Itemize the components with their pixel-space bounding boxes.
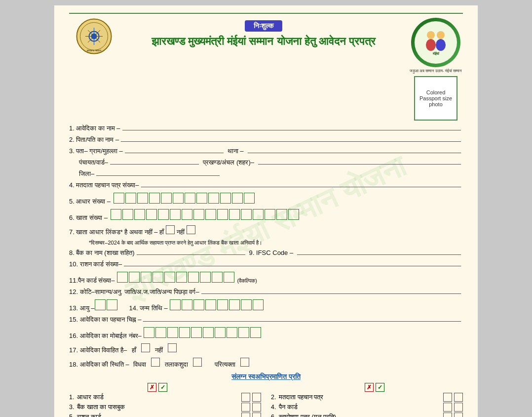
attach-box-5b[interactable] xyxy=(252,413,261,417)
dob-box-5[interactable] xyxy=(217,299,228,310)
pan-box-2[interactable] xyxy=(129,272,140,283)
field-15-label: 15. आवेदिका का पहचान चिह्न – xyxy=(69,316,141,324)
field-18-vidhwa-label: विधवा xyxy=(133,361,146,369)
logo-area: मंईयां xyxy=(411,18,460,67)
field-18-talaq-box[interactable] xyxy=(193,358,202,367)
dob-box-4[interactable] xyxy=(205,299,216,310)
pan-box-1[interactable] xyxy=(117,272,128,283)
aadhar-box-7[interactable] xyxy=(185,193,195,204)
mob-box-7[interactable] xyxy=(215,327,226,338)
acc-box-13[interactable] xyxy=(253,209,264,220)
mob-box-1[interactable] xyxy=(144,327,154,338)
attach-box-1b[interactable] xyxy=(252,393,261,402)
acc-box-15[interactable] xyxy=(276,209,287,220)
dob-box-2[interactable] xyxy=(182,299,192,310)
acc-box-16[interactable] xyxy=(288,209,299,220)
attach-row-3: 3. बैंक खाता का पासबुक xyxy=(69,403,261,412)
field-1-input[interactable] xyxy=(122,130,461,130)
field-3c-input[interactable] xyxy=(96,175,220,176)
aadhar-box-10[interactable] xyxy=(220,193,231,204)
field-8-input[interactable] xyxy=(137,254,245,255)
field-9-input[interactable] xyxy=(297,254,461,255)
field-7-row: 7. खाता आधार लिंकड* है अथवा नहीं – हाँ न… xyxy=(69,225,463,236)
pan-box-10[interactable] xyxy=(224,272,234,283)
mob-box-6[interactable] xyxy=(203,327,214,338)
field-3b-prak[interactable] xyxy=(258,164,461,165)
acc-box-3[interactable] xyxy=(134,209,145,220)
attach-box-3a[interactable] xyxy=(241,403,250,412)
attach-box-2b[interactable] xyxy=(454,393,463,402)
field-17-han-box[interactable] xyxy=(141,343,150,352)
aadhar-box-8[interactable] xyxy=(196,193,207,204)
field-4-input[interactable] xyxy=(141,187,461,187)
pan-box-8[interactable] xyxy=(200,272,211,283)
mob-box-9[interactable] xyxy=(238,327,249,338)
acc-box-5[interactable] xyxy=(158,209,169,220)
field-12-input[interactable] xyxy=(201,293,461,294)
acc-box-1[interactable] xyxy=(111,209,121,220)
field-3a-input[interactable] xyxy=(125,153,224,153)
mob-box-4[interactable] xyxy=(179,327,190,338)
acc-box-12[interactable] xyxy=(241,209,252,220)
dob-box-7[interactable] xyxy=(241,299,252,310)
attach-box-4a[interactable] xyxy=(443,403,452,412)
age-box-2[interactable] xyxy=(107,299,117,310)
pan-box-9[interactable] xyxy=(212,272,223,283)
attach-box-2a[interactable] xyxy=(443,393,452,402)
mob-box-3[interactable] xyxy=(167,327,178,338)
acc-box-8[interactable] xyxy=(193,209,204,220)
pan-box-4[interactable] xyxy=(152,272,163,283)
field-10-input[interactable] xyxy=(124,266,461,266)
pan-box-6[interactable] xyxy=(176,272,187,283)
aadhar-box-12[interactable] xyxy=(244,193,255,204)
dob-box-8[interactable] xyxy=(253,299,264,310)
acc-box-9[interactable] xyxy=(205,209,216,220)
field-3b-input[interactable] xyxy=(110,164,199,165)
field-15-input[interactable] xyxy=(143,321,461,322)
dob-box-3[interactable] xyxy=(193,299,204,310)
field-3a-thana[interactable] xyxy=(248,153,461,153)
field-18-vidhwa-box[interactable] xyxy=(151,358,160,367)
attach-box-4b[interactable] xyxy=(454,403,463,412)
field-7-han-box[interactable] xyxy=(166,225,175,234)
acc-box-11[interactable] xyxy=(229,209,240,220)
mob-box-2[interactable] xyxy=(155,327,166,338)
field-3a-row: 3. पता– ग्राम/मुहल्ला – थाना – xyxy=(69,147,463,155)
dob-box-6[interactable] xyxy=(229,299,240,310)
attach-box-1a[interactable] xyxy=(241,393,250,402)
acc-box-2[interactable] xyxy=(122,209,133,220)
aadhar-box-6[interactable] xyxy=(173,193,184,204)
pan-box-7[interactable] xyxy=(188,272,199,283)
mob-box-8[interactable] xyxy=(227,327,237,338)
acc-box-7[interactable] xyxy=(182,209,192,220)
pan-box-5[interactable] xyxy=(164,272,175,283)
attach-label-1: आधार कार्ड xyxy=(77,394,103,401)
field-18-label: 18. आवेदिका की स्थिति – xyxy=(69,361,129,369)
dob-box-1[interactable] xyxy=(170,299,181,310)
field-7-nahi-box[interactable] xyxy=(187,225,195,234)
field-18-parityakta-box[interactable] xyxy=(240,358,249,367)
aadhar-box-11[interactable] xyxy=(232,193,243,204)
field-17-nahi-box[interactable] xyxy=(168,343,177,352)
attach-box-6a[interactable] xyxy=(443,413,452,417)
pan-box-3[interactable] xyxy=(141,272,152,283)
acc-box-6[interactable] xyxy=(170,209,181,220)
attach-box-3b[interactable] xyxy=(252,403,261,412)
attach-box-5a[interactable] xyxy=(241,413,250,417)
acc-box-10[interactable] xyxy=(217,209,228,220)
aadhar-box-4[interactable] xyxy=(149,193,160,204)
field-16-row: 16. आवेदिका का मोबाईल नंबर– xyxy=(69,327,463,340)
age-box-1[interactable] xyxy=(95,299,106,310)
acc-box-4[interactable] xyxy=(146,209,157,220)
mob-box-10[interactable] xyxy=(250,327,261,338)
acc-box-14[interactable] xyxy=(265,209,275,220)
attach-header: ✗ ✓ ✗ ✓ xyxy=(69,383,463,392)
aadhar-box-9[interactable] xyxy=(208,193,219,204)
mob-box-5[interactable] xyxy=(191,327,202,338)
field-2-input[interactable] xyxy=(121,141,461,142)
aadhar-box-2[interactable] xyxy=(125,193,136,204)
aadhar-box-1[interactable] xyxy=(114,193,124,204)
attach-box-6b[interactable] xyxy=(454,413,463,417)
aadhar-box-5[interactable] xyxy=(161,193,172,204)
aadhar-box-3[interactable] xyxy=(137,193,148,204)
